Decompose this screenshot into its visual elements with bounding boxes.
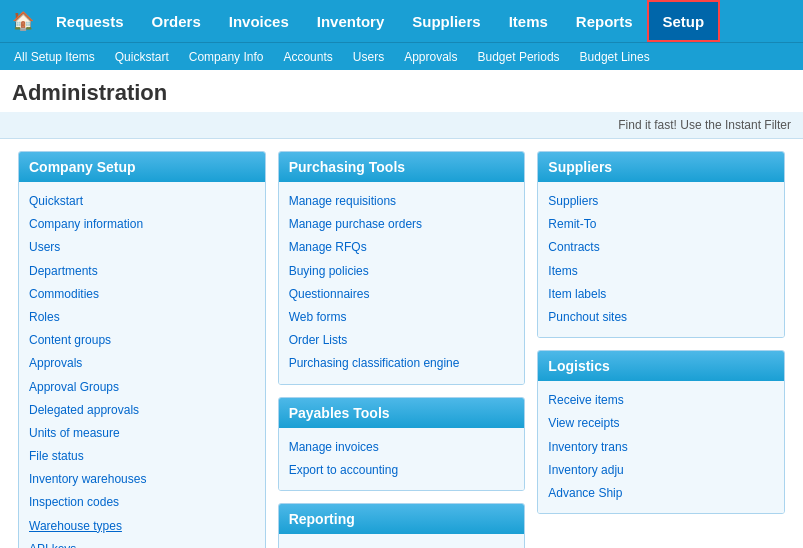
- link-company-information[interactable]: Company information: [29, 213, 255, 236]
- link-file-status[interactable]: File status: [29, 445, 255, 468]
- subnav-approvals[interactable]: Approvals: [394, 43, 467, 71]
- col-suppliers: Suppliers Suppliers Remit-To Contracts I…: [531, 151, 791, 548]
- link-view-receipts[interactable]: View receipts: [548, 412, 774, 435]
- link-api-keys[interactable]: API keys: [29, 538, 255, 548]
- link-departments[interactable]: Departments: [29, 260, 255, 283]
- reporting-body: [279, 534, 525, 548]
- link-inventory-adju[interactable]: Inventory adju: [548, 459, 774, 482]
- link-approvals[interactable]: Approvals: [29, 352, 255, 375]
- main-content: Company Setup Quickstart Company informa…: [0, 139, 803, 548]
- suppliers-card: Suppliers Suppliers Remit-To Contracts I…: [537, 151, 785, 338]
- subnav-budget-lines[interactable]: Budget Lines: [570, 43, 660, 71]
- link-advance-ship[interactable]: Advance Ship: [548, 482, 774, 505]
- subnav-quickstart[interactable]: Quickstart: [105, 43, 179, 71]
- link-approval-groups[interactable]: Approval Groups: [29, 376, 255, 399]
- company-setup-body: Quickstart Company information Users Dep…: [19, 182, 265, 548]
- top-nav: 🏠 Requests Orders Invoices Inventory Sup…: [0, 0, 803, 42]
- subnav-company-info[interactable]: Company Info: [179, 43, 274, 71]
- reporting-header: Reporting: [279, 504, 525, 534]
- link-content-groups[interactable]: Content groups: [29, 329, 255, 352]
- suppliers-body: Suppliers Remit-To Contracts Items Item …: [538, 182, 784, 337]
- link-remit-to[interactable]: Remit-To: [548, 213, 774, 236]
- link-commodities[interactable]: Commodities: [29, 283, 255, 306]
- sub-nav: All Setup Items Quickstart Company Info …: [0, 42, 803, 70]
- subnav-accounts[interactable]: Accounts: [273, 43, 342, 71]
- purchasing-tools-body: Manage requisitions Manage purchase orde…: [279, 182, 525, 384]
- nav-orders[interactable]: Orders: [138, 0, 215, 42]
- link-suppliers[interactable]: Suppliers: [548, 190, 774, 213]
- subnav-users[interactable]: Users: [343, 43, 394, 71]
- col-company-setup: Company Setup Quickstart Company informa…: [12, 151, 272, 548]
- nav-requests[interactable]: Requests: [42, 0, 138, 42]
- nav-items[interactable]: Items: [495, 0, 562, 42]
- link-items[interactable]: Items: [548, 260, 774, 283]
- link-warehouse-types[interactable]: Warehouse types: [29, 515, 255, 538]
- home-button[interactable]: 🏠: [4, 4, 42, 38]
- link-quickstart[interactable]: Quickstart: [29, 190, 255, 213]
- link-units-of-measure[interactable]: Units of measure: [29, 422, 255, 445]
- link-receive-items[interactable]: Receive items: [548, 389, 774, 412]
- link-manage-purchase-orders[interactable]: Manage purchase orders: [289, 213, 515, 236]
- payables-tools-header: Payables Tools: [279, 398, 525, 428]
- logistics-body: Receive items View receipts Inventory tr…: [538, 381, 784, 513]
- nav-invoices[interactable]: Invoices: [215, 0, 303, 42]
- nav-setup[interactable]: Setup: [647, 0, 721, 42]
- nav-inventory[interactable]: Inventory: [303, 0, 399, 42]
- link-order-lists[interactable]: Order Lists: [289, 329, 515, 352]
- link-manage-invoices[interactable]: Manage invoices: [289, 436, 515, 459]
- subnav-all-setup-items[interactable]: All Setup Items: [4, 43, 105, 71]
- link-contracts[interactable]: Contracts: [548, 236, 774, 259]
- logistics-card: Logistics Receive items View receipts In…: [537, 350, 785, 514]
- link-inventory-warehouses[interactable]: Inventory warehouses: [29, 468, 255, 491]
- suppliers-header: Suppliers: [538, 152, 784, 182]
- link-export-to-accounting[interactable]: Export to accounting: [289, 459, 515, 482]
- logistics-header: Logistics: [538, 351, 784, 381]
- link-delegated-approvals[interactable]: Delegated approvals: [29, 399, 255, 422]
- link-inventory-trans[interactable]: Inventory trans: [548, 436, 774, 459]
- subnav-budget-periods[interactable]: Budget Periods: [468, 43, 570, 71]
- col-purchasing: Purchasing Tools Manage requisitions Man…: [272, 151, 532, 548]
- company-setup-header: Company Setup: [19, 152, 265, 182]
- nav-reports[interactable]: Reports: [562, 0, 647, 42]
- link-web-forms[interactable]: Web forms: [289, 306, 515, 329]
- payables-tools-body: Manage invoices Export to accounting: [279, 428, 525, 490]
- filter-bar: Find it fast! Use the Instant Filter: [0, 112, 803, 139]
- reporting-card: Reporting: [278, 503, 526, 548]
- link-manage-rfqs[interactable]: Manage RFQs: [289, 236, 515, 259]
- purchasing-tools-card: Purchasing Tools Manage requisitions Man…: [278, 151, 526, 385]
- payables-tools-card: Payables Tools Manage invoices Export to…: [278, 397, 526, 491]
- link-manage-requisitions[interactable]: Manage requisitions: [289, 190, 515, 213]
- link-punchout-sites[interactable]: Punchout sites: [548, 306, 774, 329]
- link-inspection-codes[interactable]: Inspection codes: [29, 491, 255, 514]
- link-users[interactable]: Users: [29, 236, 255, 259]
- page-title: Administration: [0, 70, 803, 112]
- link-purchasing-classification-engine[interactable]: Purchasing classification engine: [289, 352, 515, 375]
- purchasing-tools-header: Purchasing Tools: [279, 152, 525, 182]
- company-setup-card: Company Setup Quickstart Company informa…: [18, 151, 266, 548]
- link-item-labels[interactable]: Item labels: [548, 283, 774, 306]
- link-questionnaires[interactable]: Questionnaires: [289, 283, 515, 306]
- link-roles[interactable]: Roles: [29, 306, 255, 329]
- nav-suppliers[interactable]: Suppliers: [398, 0, 494, 42]
- link-buying-policies[interactable]: Buying policies: [289, 260, 515, 283]
